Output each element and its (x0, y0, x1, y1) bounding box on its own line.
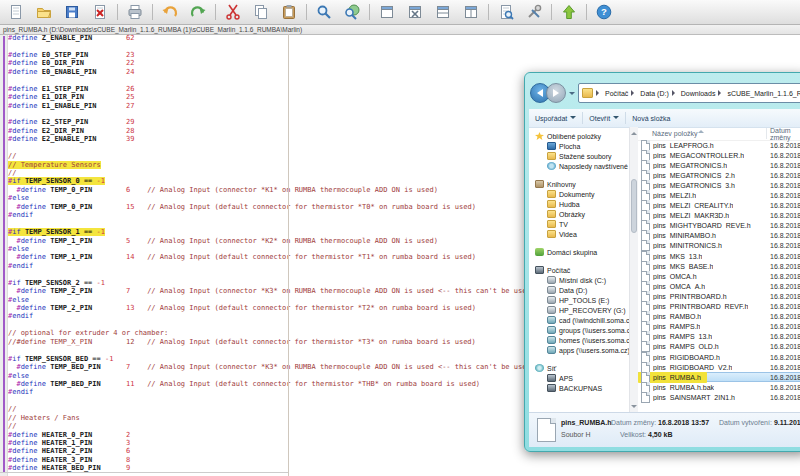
scroll-up-icon[interactable] (631, 129, 637, 135)
file-name: pins_MEGATRONICS.h (653, 162, 727, 169)
open-folder-icon[interactable] (36, 4, 52, 20)
tile-horizontal-icon[interactable] (435, 4, 451, 20)
file-row[interactable]: pins_RAMBO.h16.8.2018 13:57 (638, 312, 800, 322)
breadcrumb[interactable]: PočítačData (D:)DownloadssCUBE_Marlin_1.… (578, 83, 800, 103)
sidebar-item-aps[interactable]: APS (529, 373, 629, 383)
sidebar-item-m-stn-disk-c[interactable]: Místní disk (C:) (529, 275, 629, 285)
breadcrumb-segment[interactable]: Data (D:) (638, 90, 670, 97)
sidebar-item-data-d[interactable]: Data (D:) (529, 285, 629, 295)
new-window-icon[interactable] (379, 4, 395, 20)
file-row[interactable]: pins_MEGATRONICS.h16.8.2018 13:57 (638, 160, 800, 170)
preview-icon[interactable] (498, 4, 514, 20)
sidebar-item-homes-users-soma-cz[interactable]: homes (\\users.soma.cz) (529, 335, 629, 345)
file-row[interactable]: pins_RIGIDBOARD.h16.8.2018 13:57 (638, 352, 800, 362)
file-row[interactable]: pins_MELZI_MAKR3D.h16.8.2018 13:57 (638, 211, 800, 221)
new-file-icon[interactable] (8, 4, 24, 20)
sidebar-item-po-ta[interactable]: Počítač (529, 265, 629, 275)
history-dropdown-icon[interactable] (569, 92, 575, 98)
sidebar-item-backupnas[interactable]: BACKUPNAS (529, 383, 629, 393)
file-row[interactable]: pins_MELZI_CREALITY.h16.8.2018 13:57 (638, 201, 800, 211)
sidebar-item-tv[interactable]: TV (529, 219, 629, 229)
breadcrumb-separator-icon[interactable] (672, 90, 678, 96)
paste-icon[interactable] (281, 4, 297, 20)
file-row[interactable]: pins_RAMPS.h16.8.2018 13:57 (638, 322, 800, 332)
toolbar-separator (488, 4, 489, 20)
file-row[interactable]: pins_MEGATRONICS_3.h16.8.2018 13:57 (638, 180, 800, 190)
sidebar-item-obl-ben-polo-ky[interactable]: Oblíbené položky (529, 131, 629, 141)
sidebar-item-dokumenty[interactable]: Dokumenty (529, 189, 629, 199)
cut-icon[interactable] (225, 4, 241, 20)
file-row[interactable]: pins_RAMPS_13.h16.8.2018 13:57 (638, 332, 800, 342)
scrollbar-thumb[interactable] (631, 179, 637, 233)
file-row[interactable]: pins_RIGIDBOARD_V2.h16.8.2018 13:57 (638, 362, 800, 372)
file-date: 16.8.2018 13:57 (770, 313, 800, 320)
column-header-name[interactable]: Název položky (652, 130, 698, 137)
sidebar-item-hudba[interactable]: Hudba (529, 199, 629, 209)
file-row[interactable]: pins_MINIRAMBO.h16.8.2018 13:57 (638, 231, 800, 241)
save-file-icon[interactable] (64, 4, 80, 20)
undo-icon[interactable] (162, 4, 178, 20)
file-date: 16.8.2018 13:57 (770, 142, 800, 149)
file-row[interactable]: pins_MELZI.h16.8.2018 13:57 (638, 190, 800, 200)
sidebar-item-knihovny[interactable]: Knihovny (529, 179, 629, 189)
find-icon[interactable] (316, 4, 332, 20)
file-row[interactable]: pins_OMCA_A.h16.8.2018 13:57 (638, 281, 800, 291)
forward-button[interactable] (546, 83, 566, 103)
star-icon (535, 132, 544, 140)
tools-icon[interactable] (526, 4, 542, 20)
sidebar-item-videa[interactable]: Videa (529, 229, 629, 239)
file-row[interactable]: pins_PRINTRBOARD_REVF.h16.8.2018 13:57 (638, 302, 800, 312)
file-row[interactable]: pins_RUMBA.h16.8.2018 13:57 (638, 372, 800, 382)
organize-button[interactable]: Uspořádat (529, 109, 582, 127)
file-row[interactable]: pins_MKS_13.h16.8.2018 13:57 (638, 251, 800, 261)
sidebar-item-hp-tools-e[interactable]: HP_TOOLS (E:) (529, 295, 629, 305)
help-icon[interactable]: ? (596, 4, 612, 20)
open-button[interactable]: Otevřít (583, 109, 625, 127)
file-date: 16.8.2018 13:57 (770, 172, 800, 179)
redo-icon[interactable] (190, 4, 206, 20)
new-folder-button[interactable]: Nová složka (626, 109, 676, 127)
copy-icon[interactable] (253, 4, 269, 20)
breadcrumb-separator-icon[interactable] (718, 90, 724, 96)
folder-icon (547, 230, 556, 238)
file-row[interactable]: pins_RAMPS_OLD.h16.8.2018 13:57 (638, 342, 800, 352)
breadcrumb-separator-icon[interactable] (631, 90, 637, 96)
sidebar-item-sta-en-soubory[interactable]: Stažené soubory (529, 151, 629, 161)
column-header-date[interactable]: Datum změny (770, 127, 800, 141)
sidebar-item-hp-recovery-g[interactable]: HP_RECOVERY (G:) (529, 305, 629, 315)
sidebar-item-obr-zky[interactable]: Obrázky (529, 209, 629, 219)
file-row[interactable]: pins_LEAPFROG.h16.8.2018 13:57 (638, 140, 800, 150)
file-row[interactable]: pins_PRINTRBOARD.h16.8.2018 13:57 (638, 291, 800, 301)
tile-vertical-icon[interactable] (463, 4, 479, 20)
file-row[interactable]: pins_MIGHTYBOARD_REVE.h16.8.2018 13:57 (638, 221, 800, 231)
file-row[interactable]: pins_SAINSMART_2IN1.h16.8.2018 13:57 (638, 392, 800, 402)
close-window-icon[interactable] (407, 4, 423, 20)
file-row[interactable]: pins_MEGATRONICS_2.h16.8.2018 13:57 (638, 170, 800, 180)
nav-spacer (529, 355, 629, 363)
sidebar-item-dom-c-skupina[interactable]: Domácí skupina (529, 247, 629, 257)
file-row[interactable]: pins_MINITRONICS.h16.8.2018 13:57 (638, 241, 800, 251)
file-row[interactable]: pins_MEGACONTROLLER.h16.8.2018 13:57 (638, 150, 800, 160)
sidebar-item-plocha[interactable]: Plocha (529, 141, 629, 151)
sidebar-item-cad-windchill-soma-cz[interactable]: cad (\\windchill.soma.cz) (529, 315, 629, 325)
sidebar-item-label: BACKUPNAS (559, 385, 602, 392)
column-divider[interactable] (766, 128, 767, 139)
scroll-down-icon[interactable] (631, 405, 637, 411)
find-global-icon[interactable] (344, 4, 360, 20)
sidebar-item-s[interactable]: Síť (529, 363, 629, 373)
close-file-icon[interactable] (92, 4, 108, 20)
breadcrumb-segment[interactable]: Downloads (679, 90, 718, 97)
file-row[interactable]: pins_OMCA.h16.8.2018 13:57 (638, 271, 800, 281)
sidebar-item-groups-users-soma-cz[interactable]: groups (\\users.soma.cz) (529, 325, 629, 335)
navigation-scrollbar[interactable] (629, 127, 638, 413)
breadcrumb-segment[interactable]: Počítač (603, 90, 630, 97)
file-row[interactable]: pins_RUMBA.h.bak16.8.2018 13:57 (638, 382, 800, 392)
forward-arrow-icon (553, 89, 559, 97)
upload-icon[interactable] (561, 4, 577, 20)
sidebar-item-apps-users-soma-cz-z[interactable]: apps (\\users.soma.cz) (Z (529, 345, 629, 355)
file-row[interactable]: pins_MKS_BASE.h16.8.2018 13:57 (638, 261, 800, 271)
print-icon[interactable] (127, 4, 143, 20)
network-icon (535, 364, 544, 372)
breadcrumb-segment[interactable]: sCUBE_Marlin_1.1.6_RUMBA (1) (725, 90, 800, 97)
sidebar-item-naposledy-nav-t-ven[interactable]: Naposledy navštívené (529, 161, 629, 171)
